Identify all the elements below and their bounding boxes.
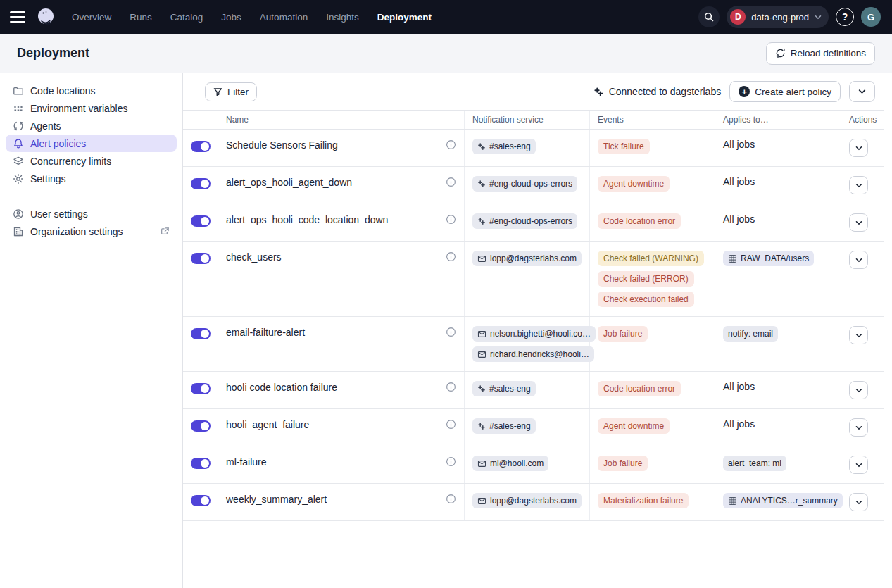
chevron-down-icon <box>855 425 862 430</box>
row-actions-button[interactable] <box>849 213 868 232</box>
plus-icon: + <box>739 86 750 97</box>
connected-label: Connected to dagsterlabs <box>609 86 722 97</box>
applies-to-text: All jobs <box>723 175 755 187</box>
events-cell: Code location error <box>590 204 715 241</box>
hamburger-menu-icon[interactable] <box>10 11 25 23</box>
nav-item-automation[interactable]: Automation <box>260 12 308 23</box>
toggle-cell <box>183 242 218 316</box>
sidebar-item-agents[interactable]: Agents <box>6 117 177 135</box>
alert-policy-row: check_userslopp@dagsterlabs.comCheck fai… <box>183 242 884 317</box>
row-actions-button[interactable] <box>849 456 868 474</box>
info-icon[interactable] <box>446 139 456 152</box>
sidebar-item-code-locations[interactable]: Code locations <box>6 82 177 99</box>
info-icon[interactable] <box>446 327 456 339</box>
alert-policy-row: email-failture-alertnelson.bighetti@hool… <box>183 317 884 372</box>
alert-enabled-toggle[interactable] <box>191 215 211 227</box>
row-actions-button[interactable] <box>849 381 868 399</box>
chevron-down-icon <box>855 388 862 393</box>
info-icon[interactable] <box>446 456 456 469</box>
row-actions-button[interactable] <box>849 326 868 344</box>
sidebar-item-alert-policies[interactable]: Alert policies <box>6 135 177 152</box>
asset-table-icon <box>728 496 737 506</box>
sidebar-item-organization-settings[interactable]: Organization settings <box>6 223 177 240</box>
actions-cell <box>841 242 884 316</box>
notification-pill: #sales-eng <box>472 139 536 154</box>
filter-label: Filter <box>227 87 249 97</box>
sidebar-item-label: Environment variables <box>30 103 128 114</box>
row-actions-button[interactable] <box>849 139 868 157</box>
email-icon <box>477 459 486 468</box>
deployment-switcher[interactable]: D data-eng-prod <box>727 6 829 28</box>
row-actions-button[interactable] <box>849 176 868 194</box>
header-name: Name <box>218 111 465 129</box>
create-alert-policy-button[interactable]: + Create alert policy <box>729 81 841 102</box>
nav-item-deployment[interactable]: Deployment <box>377 12 432 23</box>
events-cell: Agent downtime <box>590 409 715 446</box>
row-actions-button[interactable] <box>849 493 868 511</box>
notification-label: nelson.bighetti@hooli.co… <box>490 329 591 339</box>
help-button[interactable]: ? <box>836 8 854 26</box>
filter-button[interactable]: Filter <box>205 82 257 101</box>
applies-to-pill: RAW_DATA/users <box>723 251 814 266</box>
header-actions: Actions <box>841 111 884 129</box>
name-cell: alert_ops_hooli_agent_down <box>218 167 465 204</box>
info-icon[interactable] <box>446 251 456 264</box>
reload-definitions-button[interactable]: Reload definitions <box>766 42 875 65</box>
email-icon <box>477 496 486 506</box>
name-cell: Schedule Sensors Failing <box>218 130 465 166</box>
info-icon[interactable] <box>446 494 456 506</box>
nav-item-insights[interactable]: Insights <box>326 12 359 23</box>
notification-label: #sales-eng <box>489 421 531 431</box>
applies-to-cell: All jobs <box>715 409 841 446</box>
row-actions-button[interactable] <box>849 418 868 437</box>
info-icon[interactable] <box>446 214 456 227</box>
applies-to-label: alert_team: ml <box>728 458 781 468</box>
alert-enabled-toggle[interactable] <box>191 178 211 189</box>
alert-enabled-toggle[interactable] <box>191 253 211 264</box>
alert-enabled-toggle[interactable] <box>191 141 211 152</box>
row-actions-button[interactable] <box>849 251 868 269</box>
alert-enabled-toggle[interactable] <box>191 328 211 339</box>
user-avatar[interactable]: G <box>861 7 881 27</box>
alert-policy-name: hooli code location failure <box>226 381 440 393</box>
alert-enabled-toggle[interactable] <box>191 420 211 432</box>
alert-policy-name: email-failture-alert <box>226 326 440 338</box>
applies-to-cell: All jobs <box>715 167 841 204</box>
user-icon <box>13 208 24 220</box>
search-button[interactable] <box>698 6 720 27</box>
dagster-logo[interactable] <box>35 6 56 27</box>
info-icon[interactable] <box>446 177 456 189</box>
slack-icon <box>477 142 486 151</box>
sidebar-item-label: Agents <box>30 120 61 132</box>
event-tag: Tick failure <box>598 139 650 154</box>
sidebar-item-user-settings[interactable]: User settings <box>6 205 177 223</box>
notification-service-cell: lopp@dagsterlabs.com <box>465 242 590 316</box>
applies-to-pill: alert_team: ml <box>723 456 786 471</box>
notification-label: richard.hendricks@hooli… <box>490 349 589 359</box>
alert-enabled-toggle[interactable] <box>191 458 211 469</box>
nav-item-overview[interactable]: Overview <box>72 12 111 23</box>
sidebar-item-environment-variables[interactable]: Environment variables <box>6 99 177 117</box>
actions-cell <box>841 317 884 371</box>
chevron-down-icon <box>855 258 862 263</box>
alert-enabled-toggle[interactable] <box>191 495 211 506</box>
nav-item-jobs[interactable]: Jobs <box>221 12 241 23</box>
email-icon <box>477 254 486 263</box>
bell-icon <box>13 138 24 149</box>
actions-cell <box>841 372 884 408</box>
sidebar-item-concurrency-limits[interactable]: Concurrency limits <box>6 152 177 170</box>
chevron-down-icon <box>855 220 862 225</box>
slack-icon <box>477 180 486 188</box>
event-tag: Job failure <box>598 456 648 471</box>
create-policy-more-button[interactable] <box>849 81 875 102</box>
nav-item-catalog[interactable]: Catalog <box>170 12 203 23</box>
alert-policy-name: alert_ops_hooli_agent_down <box>226 176 440 188</box>
info-icon[interactable] <box>446 419 456 432</box>
info-icon[interactable] <box>446 382 456 394</box>
alert-enabled-toggle[interactable] <box>191 383 211 394</box>
nav-item-runs[interactable]: Runs <box>130 12 152 23</box>
events-cell: Job failure <box>590 446 715 483</box>
settings-sidebar: Code locations Environment variables Age… <box>0 73 183 588</box>
sidebar-item-settings[interactable]: Settings <box>6 170 177 187</box>
sidebar-item-label: Alert policies <box>30 138 86 149</box>
